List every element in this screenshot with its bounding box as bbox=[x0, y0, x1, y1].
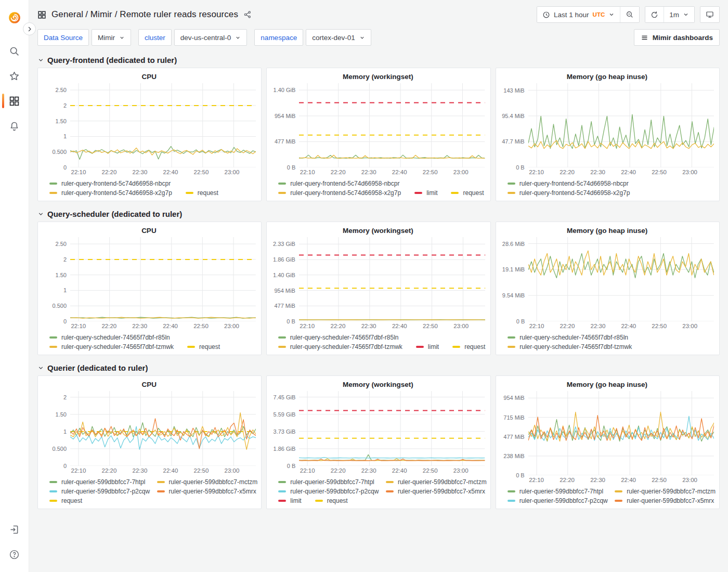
variable-label[interactable]: Data Source bbox=[37, 29, 89, 46]
chart-plot[interactable] bbox=[70, 83, 256, 167]
sidebar-item-alerting[interactable] bbox=[0, 113, 29, 138]
panel-title[interactable]: Memory (workingset) bbox=[271, 72, 485, 83]
legend-item[interactable]: ruler-querier-599dbbfcc7-mctzm bbox=[157, 478, 256, 486]
sidebar-item-dashboards[interactable] bbox=[0, 88, 29, 113]
mimir-dashboards-button[interactable]: Mimir dashboards bbox=[634, 29, 720, 46]
x-axis-label: 22:10 bbox=[300, 323, 315, 329]
y-axis-label: 1.50 bbox=[56, 118, 67, 124]
sidebar-item-starred[interactable] bbox=[0, 63, 29, 88]
panel-title[interactable]: Memory (go heap inuse) bbox=[500, 72, 714, 83]
y-axis-label: 0 B bbox=[287, 164, 296, 171]
chart-plot[interactable] bbox=[299, 237, 485, 321]
legend-item[interactable]: ruler-query-scheduler-74565f7dbf-tzmwk bbox=[508, 343, 632, 350]
x-axis: 22:1022:2022:3022:4022:5023:00 bbox=[299, 321, 483, 331]
row-toggle-query-scheduler[interactable]: Query-scheduler (dedicated to ruler) bbox=[37, 206, 720, 222]
panel-title[interactable]: CPU bbox=[42, 380, 256, 391]
share-icon[interactable] bbox=[243, 10, 252, 19]
legend-row: limitrequest bbox=[278, 496, 485, 505]
variable-label[interactable]: namespace bbox=[254, 29, 303, 46]
legend-item[interactable]: ruler-query-frontend-5c74d66958-x2g7p bbox=[508, 189, 630, 197]
legend-row: ruler-query-scheduler-74565f7dbf-r85ln bbox=[508, 333, 714, 342]
hamburger-icon bbox=[641, 34, 648, 42]
legend-item[interactable]: ruler-querier-599dbbfcc7-x5mrx bbox=[157, 488, 256, 495]
x-axis-label: 22:10 bbox=[300, 169, 315, 175]
legend-item[interactable]: ruler-querier-599dbbfcc7-p2cqw bbox=[278, 488, 386, 495]
legend-item[interactable]: ruler-query-scheduler-74565f7dbf-tzmwk bbox=[49, 343, 174, 350]
caret-down-icon bbox=[608, 11, 615, 18]
breadcrumb-folder[interactable]: General bbox=[51, 9, 83, 19]
plot-body: 0 B47.7 MiB95.4 MiB143 MiB bbox=[500, 83, 714, 167]
legend-item[interactable]: ruler-querier-599dbbfcc7-p2cqw bbox=[49, 488, 157, 495]
legend-item[interactable]: ruler-query-scheduler-74565f7dbf-r85ln bbox=[278, 334, 399, 341]
panel-title[interactable]: Memory (workingset) bbox=[271, 226, 485, 237]
legend-item[interactable]: ruler-query-frontend-5c74d66958-nbcpr bbox=[508, 180, 629, 187]
legend-item[interactable]: ruler-querier-599dbbfcc7-mctzm bbox=[386, 478, 485, 486]
chart-plot[interactable] bbox=[70, 237, 256, 321]
legend-item[interactable]: ruler-query-frontend-5c74d66958-nbcpr bbox=[278, 180, 399, 187]
legend-item[interactable]: ruler-query-scheduler-74565f7dbf-r85ln bbox=[49, 334, 170, 341]
chart-plot[interactable] bbox=[528, 237, 714, 321]
tv-mode-button[interactable] bbox=[700, 7, 719, 22]
legend-series-label: ruler-query-scheduler-74565f7dbf-tzmwk bbox=[519, 343, 632, 350]
row-toggle-querier[interactable]: Querier (dedicated to ruler) bbox=[37, 360, 720, 375]
time-range-picker[interactable]: Last 1 hour UTC bbox=[537, 7, 620, 22]
legend-item[interactable]: ruler-querier-599dbbfcc7-mctzm bbox=[615, 488, 714, 495]
panel-title[interactable]: CPU bbox=[42, 72, 256, 83]
panel-title[interactable]: Memory (go heap inuse) bbox=[500, 380, 714, 391]
panel-title[interactable]: CPU bbox=[42, 226, 256, 237]
legend-item[interactable]: request bbox=[451, 189, 484, 197]
plot-body: 0 B1.86 GiB3.73 GiB5.59 GiB7.45 GiB bbox=[271, 391, 485, 466]
refresh-interval-select[interactable]: 1m bbox=[664, 7, 694, 22]
sidebar-item-sign-in[interactable] bbox=[0, 517, 29, 542]
x-axis-label: 22:30 bbox=[591, 323, 606, 329]
legend-item[interactable]: ruler-query-scheduler-74565f7dbf-r85ln bbox=[508, 334, 628, 341]
legend-item[interactable]: request bbox=[315, 497, 348, 504]
legend-item[interactable]: ruler-querier-599dbbfcc7-7htpl bbox=[278, 478, 386, 486]
chart-plot[interactable] bbox=[299, 83, 485, 167]
legend-item[interactable]: limit bbox=[278, 497, 301, 504]
refresh-button[interactable] bbox=[645, 7, 664, 22]
sidebar-item-search[interactable] bbox=[0, 38, 29, 63]
x-axis-label: 22:40 bbox=[621, 169, 636, 175]
legend-item[interactable]: request bbox=[49, 497, 82, 504]
y-axis: 0 B477 MiB954 MiB1.40 GiB bbox=[271, 83, 299, 167]
legend-item[interactable]: ruler-querier-599dbbfcc7-p2cqw bbox=[508, 497, 615, 504]
chart-canvas bbox=[70, 83, 256, 167]
legend-series-marker bbox=[416, 346, 424, 348]
legend-item[interactable]: ruler-querier-599dbbfcc7-x5mrx bbox=[386, 488, 485, 495]
legend-item[interactable]: request bbox=[186, 189, 218, 197]
legend-item[interactable]: ruler-querier-599dbbfcc7-x5mrx bbox=[615, 497, 714, 504]
legend-item[interactable]: limit bbox=[414, 189, 437, 197]
breadcrumb[interactable]: General/ Mimir / Remote ruler reads reso… bbox=[51, 9, 238, 20]
chart-plot[interactable] bbox=[528, 83, 714, 167]
legend-series-label: ruler-query-frontend-5c74d66958-x2g7p bbox=[519, 189, 630, 197]
y-axis-label: 1.86 GiB bbox=[274, 446, 296, 452]
legend-item[interactable]: ruler-querier-599dbbfcc7-7htpl bbox=[508, 488, 615, 495]
legend-item[interactable]: ruler-query-scheduler-74565f7dbf-tzmwk bbox=[278, 343, 402, 350]
sidebar-expand-button[interactable] bbox=[23, 22, 36, 35]
chart-plot[interactable] bbox=[70, 391, 256, 466]
x-axis-label: 22:20 bbox=[331, 169, 346, 175]
row-toggle-query-frontend[interactable]: Query-frontend (dedicated to ruler) bbox=[37, 52, 720, 68]
legend-item[interactable]: ruler-query-frontend-5c74d66958-nbcpr bbox=[49, 180, 171, 187]
legend-series-marker bbox=[49, 183, 57, 185]
variable-label[interactable]: cluster bbox=[138, 29, 172, 46]
y-axis: 00.50011.5022.50 bbox=[42, 83, 70, 167]
legend: ruler-querier-599dbbfcc7-7htplruler-quer… bbox=[500, 485, 714, 505]
variable-value-dropdown[interactable]: Mimir bbox=[92, 29, 131, 46]
chart-plot[interactable] bbox=[528, 391, 714, 475]
zoom-out-button[interactable] bbox=[620, 7, 639, 22]
variable-value-dropdown[interactable]: dev-us-central-0 bbox=[174, 29, 248, 46]
legend-item[interactable]: ruler-query-frontend-5c74d66958-x2g7p bbox=[49, 189, 172, 197]
panel-title[interactable]: Memory (workingset) bbox=[271, 380, 485, 391]
legend-item[interactable]: request bbox=[187, 343, 220, 350]
legend-item[interactable]: limit bbox=[416, 343, 439, 350]
sidebar-item-help[interactable] bbox=[0, 542, 29, 567]
legend-item[interactable]: ruler-querier-599dbbfcc7-7htpl bbox=[49, 478, 157, 486]
legend-item[interactable]: request bbox=[452, 343, 485, 350]
variable-value-dropdown[interactable]: cortex-dev-01 bbox=[306, 29, 371, 46]
panel-title[interactable]: Memory (go heap inuse) bbox=[500, 226, 714, 237]
dashboard-header: General/ Mimir / Remote ruler reads reso… bbox=[37, 0, 720, 29]
chart-plot[interactable] bbox=[299, 391, 485, 466]
legend-item[interactable]: ruler-query-frontend-5c74d66958-x2g7p bbox=[278, 189, 401, 197]
